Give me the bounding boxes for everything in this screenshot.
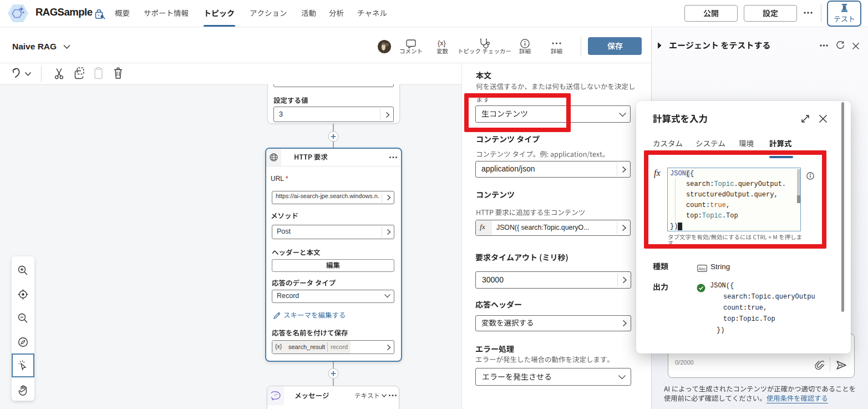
svg-text:Abc: Abc: [699, 266, 706, 271]
